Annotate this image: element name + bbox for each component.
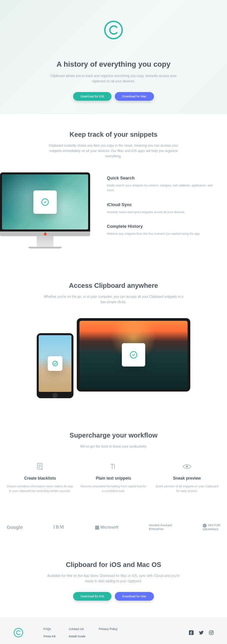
workflow-subtitle: We've got the tools to boost your produc… bbox=[43, 444, 184, 449]
workflow-item-title: Plain text snippets bbox=[80, 476, 147, 481]
hero-title: A history of everything you copy bbox=[7, 60, 220, 69]
feature-body: Instantly saves and syncs snippets acros… bbox=[107, 210, 220, 214]
instagram-icon[interactable] bbox=[209, 630, 214, 635]
workflow-item-title: Sneak preview bbox=[154, 476, 220, 481]
brand-hp: Hewlett Packard Enterprise bbox=[149, 524, 172, 531]
download-ios-button[interactable]: Download for iOS bbox=[73, 592, 111, 601]
footer-logo-icon bbox=[13, 628, 23, 638]
text-icon bbox=[80, 463, 147, 471]
feature-item: iCloud Sync Instantly saves and syncs sn… bbox=[107, 202, 220, 214]
footer-link-press[interactable]: Press Kit bbox=[43, 635, 55, 638]
brand-google: Google bbox=[7, 525, 23, 530]
feature-item: Quick Search Easily search your snippets… bbox=[107, 175, 220, 193]
download-ios-button[interactable]: Download for iOS bbox=[73, 92, 111, 101]
svg-point-2 bbox=[186, 466, 188, 468]
workflow-title: Supercharge your workflow bbox=[7, 432, 220, 439]
feature-body: Retrieve any snippets from the first mom… bbox=[107, 231, 220, 236]
download-mac-button[interactable]: Download for Mac bbox=[115, 92, 154, 101]
footer-link-contact[interactable]: Contact Us bbox=[69, 627, 85, 631]
footer-link-privacy[interactable]: Privacy Policy bbox=[99, 627, 118, 631]
access-title: Access Clipboard anywhere bbox=[7, 282, 220, 289]
download-mac-button[interactable]: Download for Mac bbox=[115, 592, 154, 601]
facebook-icon[interactable] bbox=[189, 630, 194, 635]
feature-body: Easily search your snippets by content, … bbox=[107, 183, 220, 193]
feature-title: Quick Search bbox=[107, 175, 220, 180]
hero-section: A history of everything you copy Clipboa… bbox=[0, 0, 227, 114]
feature-item: Complete History Retrieve any snippets f… bbox=[107, 224, 220, 236]
svg-point-7 bbox=[212, 631, 213, 632]
brand-logos: Google IBM Microsoft Hewlett Packard Ent… bbox=[0, 510, 227, 544]
footer: FAQs Contact Us Privacy Policy Press Kit… bbox=[0, 617, 227, 644]
access-subtitle: Whether you're on the go, or at your com… bbox=[43, 294, 184, 305]
twitter-icon[interactable] bbox=[199, 630, 204, 635]
workflow-item-body: Ensure sensitive information never makes… bbox=[7, 484, 73, 494]
footer-link-install[interactable]: Install Guide bbox=[69, 635, 85, 638]
svg-point-3 bbox=[14, 628, 23, 637]
snippets-section: Keep track of your snippets Clipboard in… bbox=[0, 114, 227, 265]
computer-illustration: 🍎 bbox=[0, 172, 90, 248]
footer-link-faqs[interactable]: FAQs bbox=[43, 627, 55, 631]
feature-title: Complete History bbox=[107, 224, 220, 229]
devices-illustration bbox=[37, 318, 190, 398]
workflow-item: Plain text snippets Remove unwanted form… bbox=[80, 463, 147, 494]
brand-vector: VECTOR GRAPHICS bbox=[203, 524, 220, 531]
svg-point-0 bbox=[105, 21, 122, 39]
brand-ibm: IBM bbox=[53, 525, 64, 530]
check-icon bbox=[130, 351, 137, 359]
blacklist-icon bbox=[7, 463, 73, 471]
apple-icon: 🍎 bbox=[43, 232, 47, 235]
feature-title: iCloud Sync bbox=[107, 202, 220, 207]
brand-microsoft: Microsoft bbox=[95, 525, 119, 530]
svg-point-6 bbox=[210, 632, 212, 633]
svg-rect-5 bbox=[209, 631, 213, 635]
workflow-section: Supercharge your workflow We've got the … bbox=[0, 415, 227, 510]
workflow-item: Sneak preview Quick preview of all snipp… bbox=[154, 463, 220, 494]
workflow-item-title: Create blacklists bbox=[7, 476, 73, 481]
cta-subtitle: Available for free on the App Store. Dow… bbox=[43, 573, 184, 584]
snippets-title: Keep track of your snippets bbox=[7, 131, 220, 138]
cta-title: Clipboard for iOS and Mac OS bbox=[7, 561, 220, 569]
hero-subtitle: Clipboard allows you to track and organi… bbox=[43, 73, 184, 84]
check-icon bbox=[52, 361, 58, 366]
eye-icon bbox=[154, 463, 220, 471]
snippets-subtitle: Clipboard instantly stores any item you … bbox=[43, 143, 184, 159]
workflow-item-body: Quick preview of all snippets on your Cl… bbox=[154, 484, 220, 494]
workflow-item: Create blacklists Ensure sensitive infor… bbox=[7, 463, 73, 494]
workflow-item-body: Remove unwanted formatting from copied t… bbox=[80, 484, 147, 494]
check-icon bbox=[41, 198, 49, 206]
access-section: Access Clipboard anywhere Whether you're… bbox=[0, 265, 227, 415]
cta-section: Clipboard for iOS and Mac OS Available f… bbox=[0, 544, 227, 617]
logo-icon bbox=[103, 20, 124, 40]
